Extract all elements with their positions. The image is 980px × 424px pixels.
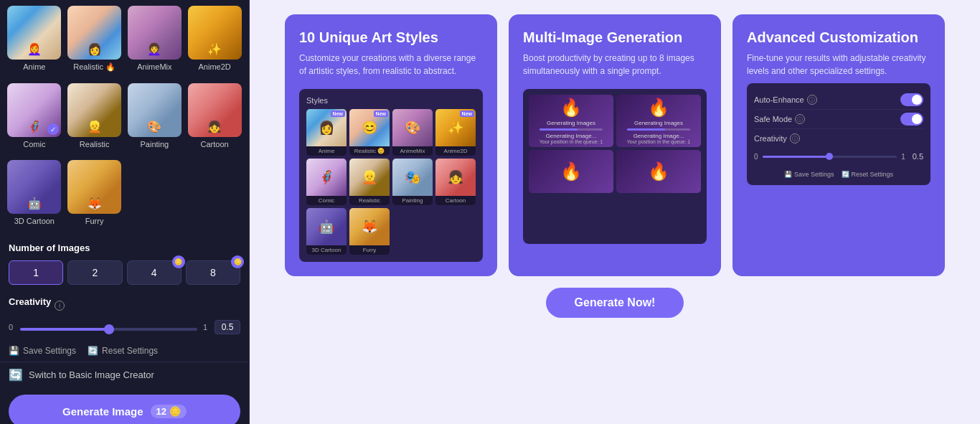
features-row: 10 Unique Art Styles Customize your crea… bbox=[285, 14, 945, 276]
feature1-preview: Styles 👩 New Anime 😊 New bbox=[299, 89, 483, 262]
num-images-label: Number of Images bbox=[9, 242, 240, 253]
fire-icon-2: 🔥 bbox=[648, 98, 669, 118]
prev-item-animemix2: 🎨 AnimeMix bbox=[392, 109, 433, 156]
adv-save-row: 💾 Save Settings 🔄 Reset Settings bbox=[754, 165, 923, 178]
feature2-desc: Boost productivity by creating up to 8 i… bbox=[523, 52, 707, 77]
prev-item-anime2d2: ✨ New Anime2D bbox=[435, 109, 476, 156]
gen-item-1: 🔥 Generating Images Generating Image... … bbox=[529, 95, 613, 147]
reset-settings-button[interactable]: 🔄 Reset Settings bbox=[88, 346, 158, 356]
prev-item-realistic: 😊 New Realistic 😊 bbox=[349, 109, 390, 156]
gen-item-3: 🔥 bbox=[529, 150, 613, 193]
prev-item-comic2: 🦸 Comic bbox=[306, 159, 347, 205]
generate-image-button[interactable]: Generate Image 12 🪙 bbox=[9, 395, 240, 424]
gen-item-2: 🔥 Generating Images Generating Image... … bbox=[616, 95, 701, 147]
style-item-anime[interactable]: 👩‍🦰 Anime bbox=[6, 6, 63, 72]
feature-card-styles: 10 Unique Art Styles Customize your crea… bbox=[285, 14, 497, 276]
styles-grid-preview: 👩 New Anime 😊 New Realistic 😊 bbox=[306, 109, 476, 255]
creativity-min-label: 0 bbox=[9, 323, 14, 331]
save-icon: 💾 bbox=[9, 346, 19, 356]
num-btn-2[interactable]: 2 bbox=[67, 260, 122, 285]
switch-basic-row[interactable]: 🔄 Switch to Basic Image Creator bbox=[0, 362, 249, 387]
num-btn-1[interactable]: 1 bbox=[9, 260, 63, 285]
style-grid-row2: 🦸 Comic 👱 Realistic 🎨 Painting 👧 Cartoon bbox=[0, 77, 249, 154]
safe-mode-label: Safe Mode ⓘ bbox=[754, 114, 805, 124]
auto-enhance-row: Auto-Enhance ⓘ bbox=[754, 90, 923, 110]
style-grid-row1: 👩‍🦰 Anime 👩 Realistic 🔥 👩‍🦱 AnimeMix ✨ A… bbox=[0, 0, 249, 77]
feature3-desc: Fine-tune your results with adjustable c… bbox=[747, 52, 930, 77]
style-item-anime2d[interactable]: ✨ Anime2D bbox=[186, 6, 243, 72]
creativity-section: Creativity i 0 1 0.5 bbox=[0, 291, 249, 340]
adv-reset-settings[interactable]: 🔄 Reset Settings bbox=[842, 171, 894, 178]
settings-row: 💾 Save Settings 🔄 Reset Settings bbox=[0, 340, 249, 362]
coin-badge-8: 🪙 bbox=[231, 255, 244, 268]
coin-cost-pill: 12 🪙 bbox=[151, 405, 187, 418]
generate-cost: 12 bbox=[156, 406, 166, 417]
style-item-cartoon[interactable]: 👧 Cartoon bbox=[186, 83, 243, 149]
style-item-realistic2[interactable]: 👱 Realistic bbox=[66, 83, 123, 149]
reset-icon: 🔄 bbox=[88, 346, 98, 356]
safe-mode-toggle bbox=[900, 113, 923, 126]
style-grid-row3: 🤖 3D Cartoon 🦊 Furry bbox=[0, 154, 249, 231]
prev-item-furry2: 🦊 Furry bbox=[349, 208, 390, 255]
adv-save-settings[interactable]: 💾 Save Settings bbox=[784, 171, 834, 178]
main-content: 10 Unique Art Styles Customize your crea… bbox=[250, 0, 980, 424]
fire-icon-1: 🔥 bbox=[560, 98, 582, 118]
creativity-slider-row: 0 1 0.5 bbox=[9, 320, 240, 334]
generate-row: Generate Image 12 🪙 bbox=[0, 387, 249, 424]
creativity-value: 0.5 bbox=[215, 320, 240, 334]
auto-enhance-toggle bbox=[900, 93, 923, 106]
safe-mode-row: Safe Mode ⓘ bbox=[754, 110, 923, 129]
num-images-section: Number of Images 1 2 4 🪙 8 🪙 bbox=[0, 237, 249, 291]
adv-creativity-label: Creativity ⓘ bbox=[754, 133, 800, 143]
switch-label: Switch to Basic Image Creator bbox=[29, 369, 154, 380]
creativity-info-icon[interactable]: i bbox=[55, 301, 65, 311]
safe-mode-info: ⓘ bbox=[795, 114, 805, 124]
prev-item-cartoon2: 👧 Cartoon bbox=[435, 159, 476, 205]
feature-card-multi: Multi-Image Generation Boost productivit… bbox=[509, 14, 721, 276]
sidebar: 👩‍🦰 Anime 👩 Realistic 🔥 👩‍🦱 AnimeMix ✨ A… bbox=[0, 0, 250, 424]
creativity-max-label: 1 bbox=[203, 323, 209, 331]
creativity-slider[interactable] bbox=[20, 328, 197, 331]
num-btn-4[interactable]: 4 🪙 bbox=[127, 260, 182, 285]
save-icon-adv: 💾 bbox=[784, 171, 792, 178]
fire-icon-3: 🔥 bbox=[560, 161, 582, 182]
creativity-label: Creativity bbox=[9, 296, 51, 307]
advanced-preview: Auto-Enhance ⓘ Safe Mode ⓘ Creativity bbox=[747, 83, 930, 185]
num-images-grid: 1 2 4 🪙 8 🪙 bbox=[9, 260, 240, 285]
style-item-painting[interactable]: 🎨 Painting bbox=[126, 83, 184, 149]
num-btn-8[interactable]: 8 🪙 bbox=[186, 260, 240, 285]
styles-preview-label: Styles bbox=[306, 96, 476, 105]
style-item-3dcartoon[interactable]: 🤖 3D Cartoon bbox=[6, 160, 63, 225]
style-item-realistic[interactable]: 👩 Realistic 🔥 bbox=[66, 6, 123, 72]
feature1-title: 10 Unique Art Styles bbox=[299, 29, 483, 46]
prev-item-anime: 👩 New Anime bbox=[306, 109, 347, 156]
style-item-comic[interactable]: 🦸 Comic bbox=[6, 83, 63, 149]
feature-card-advanced: Advanced Customization Fine-tune your re… bbox=[732, 14, 945, 276]
style-item-animemix[interactable]: 👩‍🦱 AnimeMix bbox=[126, 6, 184, 72]
adv-slider-track bbox=[763, 156, 897, 158]
auto-enhance-label: Auto-Enhance ⓘ bbox=[754, 95, 817, 105]
save-settings-button[interactable]: 💾 Save Settings bbox=[9, 346, 76, 356]
switch-icon: 🔄 bbox=[9, 368, 23, 382]
style-item-furry[interactable]: 🦊 Furry bbox=[66, 160, 123, 225]
feature1-desc: Customize your creations with a diverse … bbox=[299, 52, 483, 77]
generate-now-button[interactable]: Generate Now! bbox=[546, 288, 684, 318]
auto-enhance-info: ⓘ bbox=[807, 95, 817, 105]
feature2-title: Multi-Image Generation bbox=[523, 29, 707, 46]
creativity-header: Creativity i bbox=[9, 296, 240, 314]
adv-creativity-row: Creativity ⓘ bbox=[754, 129, 923, 148]
fire-icon-4: 🔥 bbox=[648, 161, 669, 182]
gen-item-4: 🔥 bbox=[616, 150, 701, 193]
reset-icon-adv: 🔄 bbox=[842, 171, 849, 178]
adv-creativity-info: ⓘ bbox=[790, 133, 800, 143]
feature2-preview: 🔥 Generating Images Generating Image... … bbox=[523, 89, 707, 244]
prev-item-3dcartoon2: 🤖 3D Cartoon bbox=[306, 208, 347, 255]
multi-image-grid: 🔥 Generating Images Generating Image... … bbox=[529, 95, 701, 238]
prev-item-painting2: 🎭 Painting bbox=[392, 159, 433, 205]
coin-icon: 🪙 bbox=[169, 406, 181, 417]
coin-badge-4: 🪙 bbox=[172, 255, 185, 268]
feature3-title: Advanced Customization bbox=[747, 29, 930, 46]
prev-item-realistic2: 👱 Realistic bbox=[349, 159, 390, 205]
adv-creativity-slider-row: 0 1 0.5 bbox=[754, 148, 923, 165]
